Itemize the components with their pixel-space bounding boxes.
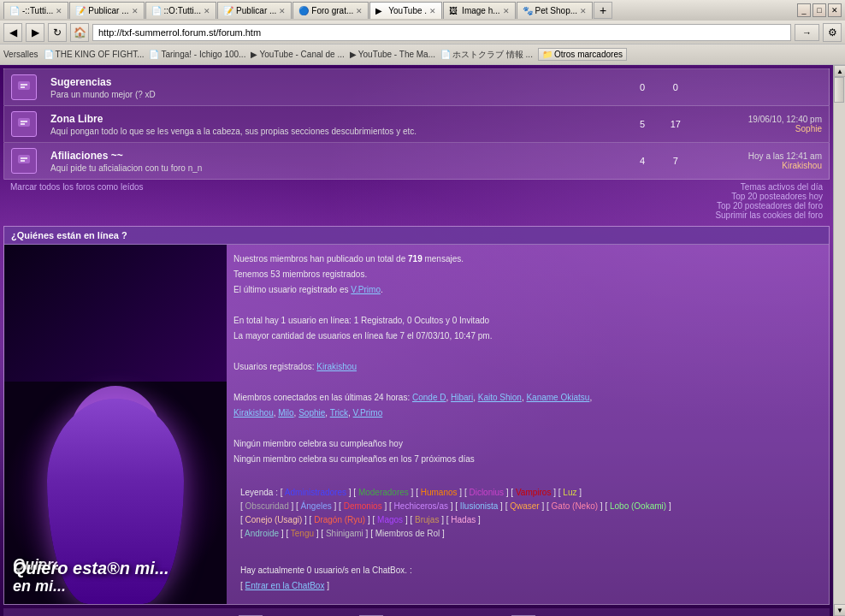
new-tab-button[interactable]: + — [594, 2, 612, 19]
registered-user-link[interactable]: Kirakishou — [316, 362, 357, 371]
address-bar[interactable] — [92, 24, 791, 41]
legend-shinigami[interactable]: Shinigami — [326, 529, 363, 538]
main-area: Sugerencias Para un mundo mejor (? xD 0 … — [0, 65, 845, 616]
legend-diclonius[interactable]: Diclonius — [469, 488, 504, 497]
bookmark-favicon-5: ▶ — [350, 50, 357, 59]
right-link-2[interactable]: Top 20 posteadores hoy — [715, 192, 823, 201]
tab-2[interactable]: 📝Publicar ...✕ — [69, 2, 144, 19]
tab-close-5[interactable]: ✕ — [356, 7, 363, 15]
legend-demonios[interactable]: Demonios — [344, 501, 382, 511]
forum-title-sugerencias[interactable]: Sugerencias — [50, 76, 621, 88]
tab-close-4[interactable]: ✕ — [279, 7, 286, 15]
legend-tengu[interactable]: Tengu — [291, 529, 314, 538]
legend-section: Leyenda : [ Administradores ] [ Moderado… — [233, 483, 822, 544]
chatbox-link[interactable]: Entrar en la ChatBox — [245, 581, 325, 590]
legend-hadas[interactable]: Hadas — [451, 515, 476, 524]
forum-last-3: Hoy a las 12:41 am Kirakishou — [694, 143, 830, 180]
total-members-text: Tenemos 53 miembros registrados. — [233, 267, 822, 282]
hibari-link[interactable]: Hibari — [451, 393, 473, 402]
legend-conejo[interactable]: Conejo (Usagi) — [245, 515, 303, 524]
forum-row-afiliaciones: Afiliaciones ~~ Aquí pide tu aficialiaci… — [4, 143, 830, 180]
tab-label-8: Pet Shop... — [535, 6, 577, 15]
scroll-thumb[interactable] — [834, 77, 844, 103]
svg-rect-11 — [68, 441, 90, 527]
settings-button[interactable]: ⚙ — [823, 23, 842, 42]
legend-administradores[interactable]: Administradores — [285, 488, 346, 497]
tab-8[interactable]: 🐾Pet Shop...✕ — [517, 2, 593, 19]
connected-users[interactable]: Conde D — [412, 393, 446, 402]
scroll-track[interactable] — [834, 77, 845, 604]
vprimo-link[interactable]: V.Primo — [353, 408, 383, 418]
legend-androide[interactable]: Androide — [245, 529, 279, 538]
refresh-button[interactable]: ↻ — [48, 23, 67, 42]
window-controls: _ □ ✕ — [797, 3, 842, 17]
tab-close-2[interactable]: ✕ — [132, 7, 139, 15]
legend-hechiceros[interactable]: Hechiceros/as — [394, 501, 448, 511]
back-button[interactable]: ◀ — [3, 23, 22, 42]
legend-dragon[interactable]: Dragón (Ryu) — [314, 515, 365, 524]
online-section: ¿Quiénes están en línea ? — [3, 226, 830, 605]
legend-brujas[interactable]: Brujas — [415, 515, 439, 524]
legend-ilusionista[interactable]: Ilusionista — [460, 501, 498, 511]
minimize-button[interactable]: _ — [797, 3, 811, 17]
tab-6[interactable]: ▶YouTube .✕ — [369, 2, 442, 19]
tab-7[interactable]: 🖼Image h...✕ — [443, 2, 515, 19]
maximize-button[interactable]: □ — [812, 3, 826, 17]
trick-link[interactable]: Trick — [330, 408, 348, 418]
right-link-3[interactable]: Top 20 posteadores del foro — [715, 201, 823, 210]
legend-angeles[interactable]: Ángeles — [301, 501, 332, 511]
marcar-todos-link[interactable]: Marcar todos los foros como leídos — [10, 182, 144, 220]
bookmark-youtube1[interactable]: ▶YouTube - Canal de ... — [251, 50, 344, 59]
tab-4[interactable]: 📝Publicar ...✕ — [217, 2, 292, 19]
tab-label-3: ::O:Tutti... — [164, 6, 202, 15]
bookmark-king-of-fight[interactable]: 📄THE KING OF FIGHT... — [44, 50, 145, 59]
legend-obscuridad[interactable]: Obscuridad — [245, 501, 289, 511]
svg-point-14 — [96, 454, 109, 471]
tab-close-6[interactable]: ✕ — [429, 7, 436, 15]
kirakishou-link[interactable]: Kirakishou — [233, 408, 274, 418]
tab-1[interactable]: 📄-::Tutti...✕ — [3, 2, 68, 19]
tab-3[interactable]: 📄::O:Tutti...✕ — [145, 2, 217, 19]
bookmark-versalles-label: Versalles — [3, 50, 38, 59]
scroll-up-button[interactable]: ▲ — [834, 65, 845, 77]
tab-5[interactable]: 🔵Foro grat...✕ — [292, 2, 369, 19]
forum-info-cell-1: Sugerencias Para un mundo mejor (? xD — [44, 69, 628, 106]
tab-close-1[interactable]: ✕ — [56, 7, 62, 15]
legend-moderadores[interactable]: Moderadores — [358, 488, 409, 497]
forum-title-zona-libre[interactable]: Zona Libre — [50, 113, 621, 125]
forward-button[interactable]: ▶ — [26, 23, 44, 42]
legend-vampiros[interactable]: Vampiros — [516, 488, 552, 497]
kaito-link[interactable]: Kaito Shion — [478, 393, 522, 402]
bookmark-taringa[interactable]: 📄Taringa! - Ichigo 100... — [149, 50, 245, 59]
bookmark-folder-otros[interactable]: 📁 Otros marcadores — [538, 48, 627, 61]
forum-title-afiliaciones[interactable]: Afiliaciones ~~ — [50, 150, 621, 162]
forum-last-user-3[interactable]: Kirakishou — [782, 161, 822, 170]
scroll-down-button[interactable]: ▼ — [834, 604, 845, 616]
legend-humanos[interactable]: Humanos — [421, 488, 458, 497]
bookmark-youtube2[interactable]: ▶YouTube - The Ma... — [350, 50, 435, 59]
forum-last-user-2[interactable]: Sophie — [795, 124, 822, 133]
last-user-link[interactable]: V.Primo — [351, 285, 381, 294]
legend-qwaser[interactable]: Qwaser — [510, 501, 539, 511]
right-link-1[interactable]: Temas activos del día — [715, 182, 823, 192]
go-button[interactable]: → — [795, 24, 819, 41]
kaname-link[interactable]: Kaname Okiatsu — [526, 393, 589, 402]
legend-gato[interactable]: Gato (Neko) — [552, 501, 598, 511]
tab-close-8[interactable]: ✕ — [580, 7, 587, 15]
legend-lobo[interactable]: Lobo (Ookami) — [610, 501, 666, 511]
milo-link[interactable]: Milo — [278, 408, 293, 418]
legend-miembros-rol[interactable]: Miembros de Rol — [375, 529, 440, 538]
sophie-link[interactable]: Sophie — [298, 408, 325, 418]
legend-magos[interactable]: Magos — [377, 515, 403, 524]
tab-close-7[interactable]: ✕ — [503, 7, 510, 15]
forum-posts-3: 7 — [657, 143, 694, 180]
right-link-4[interactable]: Suprimir las cookies del foro — [715, 210, 823, 220]
bookmark-versalles[interactable]: Versalles — [3, 50, 38, 59]
tab-close-3[interactable]: ✕ — [204, 7, 210, 15]
close-button[interactable]: ✕ — [828, 3, 842, 17]
tab-favicon-7: 🖼 — [449, 6, 459, 16]
forum-posts-2: 17 — [657, 106, 694, 143]
bookmark-folder-label: Otros marcadores — [554, 50, 623, 59]
home-button[interactable]: 🏠 — [70, 23, 89, 42]
bookmark-hostclub[interactable]: 📄ホストクラブ 情報 ... — [440, 49, 533, 61]
